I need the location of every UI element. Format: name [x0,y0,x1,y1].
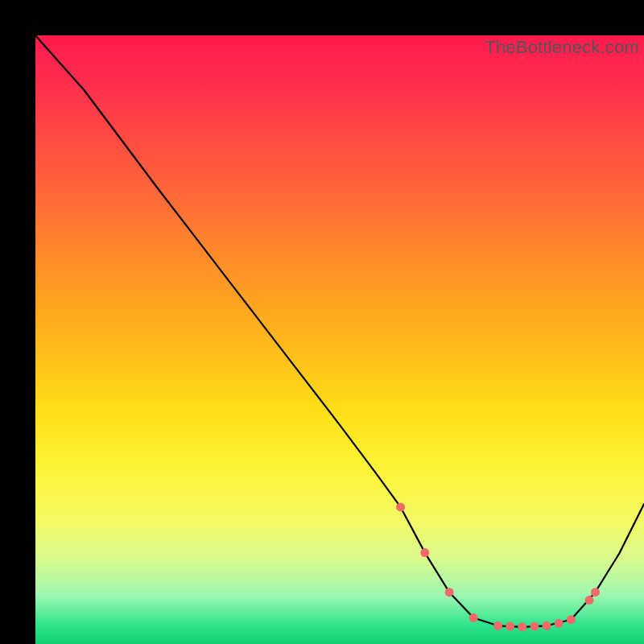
marker-dot [530,622,539,631]
marker-dot [420,548,429,557]
marker-dot [543,621,551,630]
marker-dot [567,615,576,624]
marker-group [396,502,600,631]
marker-dot [555,619,564,628]
marker-dot [445,588,454,597]
curve-layer [35,35,644,644]
marker-dot [518,622,526,631]
marker-dot [585,596,594,605]
marker-dot [506,622,514,631]
marker-dot [469,613,478,622]
plot-area: TheBottleneck.com [35,35,644,644]
watermark-text: TheBottleneck.com [485,37,639,58]
chart-frame: TheBottleneck.com [18,18,626,626]
marker-dot [591,588,600,597]
marker-dot [396,502,405,511]
bottleneck-curve [35,35,644,627]
marker-dot [493,621,502,630]
